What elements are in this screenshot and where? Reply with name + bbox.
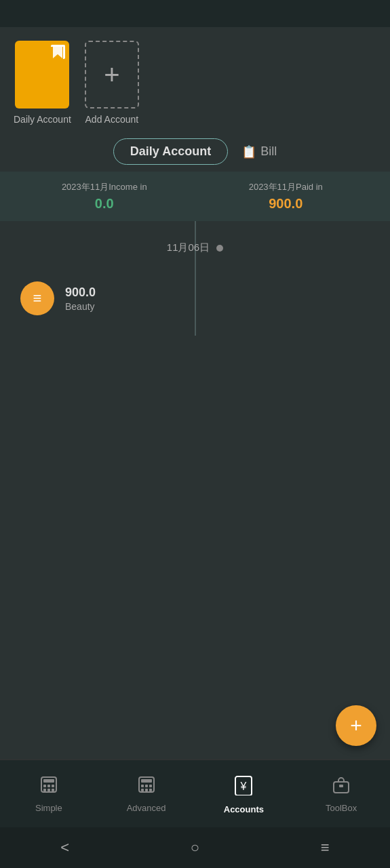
income-label: 2023年11月Income in — [62, 181, 147, 193]
summary-row: 2023年11月Income in 0.0 2023年11月Paid in 90… — [0, 172, 390, 221]
income-value: 0.0 — [95, 196, 114, 212]
date-header: 11月06日 — [0, 235, 390, 261]
date-label: 11月06日 — [167, 241, 210, 254]
advanced-icon — [137, 775, 156, 799]
bookmark-icon — [50, 45, 65, 60]
fab-plus-icon: + — [350, 714, 362, 737]
menu-button[interactable]: ≡ — [321, 839, 330, 856]
date-dot — [216, 245, 223, 252]
paid-value: 900.0 — [269, 196, 303, 212]
svg-rect-8 — [52, 789, 54, 791]
transaction-icon: ≡ — [20, 281, 54, 315]
svg-rect-14 — [141, 789, 144, 791]
nav-simple[interactable]: Simple — [0, 760, 98, 827]
simple-icon — [39, 775, 58, 799]
daily-account-card[interactable]: Daily Account — [14, 41, 71, 125]
paid-summary: 2023年11月Paid in 900.0 — [195, 181, 377, 212]
timeline-area: 11月06日 ≡ 900.0 Beauty — [0, 221, 390, 336]
transaction-amount: 900.0 — [65, 285, 96, 300]
home-button[interactable]: ○ — [191, 839, 199, 856]
svg-rect-16 — [149, 789, 152, 791]
status-bar — [0, 0, 390, 27]
daily-account-label: Daily Account — [14, 114, 71, 125]
svg-rect-13 — [149, 785, 152, 787]
paid-label: 2023年11月Paid in — [249, 181, 323, 193]
svg-rect-2 — [43, 779, 54, 783]
svg-rect-12 — [145, 785, 148, 787]
svg-marker-0 — [53, 46, 62, 58]
svg-rect-6 — [43, 789, 46, 791]
svg-rect-3 — [43, 785, 46, 787]
transaction-details: 900.0 Beauty — [65, 285, 96, 312]
account-cards-row: Daily Account + Add Account — [0, 27, 390, 132]
nav-accounts[interactable]: ¥ Accounts — [195, 760, 293, 827]
nav-toolbox[interactable]: ToolBox — [292, 760, 390, 827]
svg-rect-10 — [141, 779, 152, 783]
add-account-label: Add Account — [85, 114, 139, 125]
toolbox-icon — [332, 775, 351, 799]
tab-daily-account[interactable]: Daily Account — [113, 138, 228, 165]
nav-simple-label: Simple — [35, 803, 62, 813]
nav-accounts-label: Accounts — [224, 804, 264, 814]
content-with-fab: 11月06日 ≡ 900.0 Beauty + — [0, 221, 390, 760]
add-account-card[interactable]: + Add Account — [85, 41, 139, 125]
income-summary: 2023年11月Income in 0.0 — [14, 181, 195, 212]
bill-icon: 📋 — [241, 144, 256, 159]
svg-rect-11 — [141, 785, 144, 787]
svg-rect-4 — [47, 785, 50, 787]
daily-account-icon — [15, 41, 69, 108]
main-content: Daily Account + Add Account Daily Accoun… — [0, 27, 390, 760]
add-account-icon: + — [85, 41, 139, 108]
svg-rect-20 — [339, 785, 343, 787]
tab-bill-label: Bill — [260, 144, 277, 159]
nav-advanced[interactable]: Advanced — [98, 760, 195, 827]
tab-bill[interactable]: 📋 Bill — [241, 144, 277, 159]
transaction-category: Beauty — [65, 301, 96, 312]
back-button[interactable]: < — [60, 839, 69, 856]
svg-text:¥: ¥ — [240, 781, 247, 792]
fab-add-button[interactable]: + — [336, 705, 376, 746]
accounts-icon: ¥ — [233, 774, 254, 800]
svg-rect-5 — [52, 785, 54, 787]
svg-rect-15 — [145, 789, 148, 791]
bottom-nav: Simple Advanced ¥ Accounts — [0, 760, 390, 827]
beauty-icon: ≡ — [33, 290, 42, 307]
svg-rect-7 — [47, 789, 50, 791]
transaction-entry[interactable]: ≡ 900.0 Beauty — [0, 275, 390, 322]
system-nav: < ○ ≡ — [0, 827, 390, 868]
nav-toolbox-label: ToolBox — [326, 803, 357, 813]
nav-advanced-label: Advanced — [127, 803, 166, 813]
tab-selector: Daily Account 📋 Bill — [0, 132, 390, 172]
plus-icon: + — [104, 61, 119, 88]
